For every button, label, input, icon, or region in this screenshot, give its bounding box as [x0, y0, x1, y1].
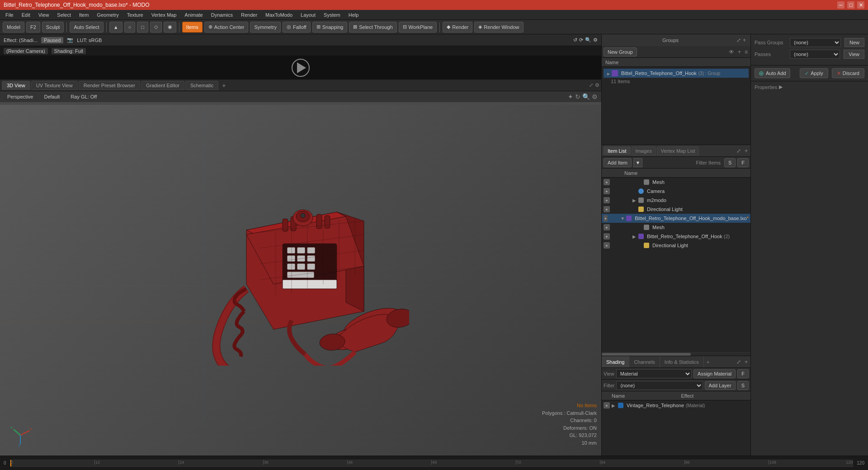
auto-select-button[interactable]: Auto Select: [70, 22, 103, 33]
tab-channels[interactable]: Channels: [629, 356, 660, 367]
action-center-button[interactable]: ⊕ Action Center: [204, 22, 249, 33]
vp-zoom-btn[interactable]: 🔍: [582, 93, 590, 100]
menu-maxtomodo[interactable]: MaxToModo: [262, 11, 296, 19]
mode-circle-btn[interactable]: ○: [124, 22, 136, 33]
menu-item[interactable]: Item: [75, 11, 92, 19]
scrollbar-thumb[interactable]: [602, 353, 691, 356]
discard-button[interactable]: ✕ Discard: [832, 68, 864, 78]
tab-images[interactable]: Images: [632, 146, 656, 155]
assign-material-button[interactable]: Assign Material: [693, 369, 736, 378]
menu-help[interactable]: Help: [345, 11, 363, 19]
item-eye-main-group[interactable]: [604, 215, 608, 221]
tab-uv-texture[interactable]: UV Texture View: [31, 81, 78, 90]
minimize-button[interactable]: ─: [837, 1, 844, 9]
menu-animate[interactable]: Animate: [181, 11, 206, 19]
pass-new-button[interactable]: New: [844, 38, 864, 47]
menu-edit[interactable]: Edit: [18, 11, 34, 19]
menu-file[interactable]: File: [2, 11, 17, 19]
groups-icon1[interactable]: 👁: [728, 48, 735, 56]
groups-icon2[interactable]: +: [737, 48, 742, 56]
item-expand-main-group[interactable]: ▼: [620, 216, 625, 221]
play-preview-button[interactable]: [292, 59, 310, 77]
close-button[interactable]: ✕: [857, 1, 864, 9]
sync-icon[interactable]: ⟳: [579, 37, 583, 43]
item-eye-mesh2[interactable]: [604, 224, 610, 230]
item-list-scrollbar[interactable]: [602, 352, 750, 356]
item-row-dlight1[interactable]: Directional Light: [602, 205, 750, 214]
item-eye-dlight1[interactable]: [604, 206, 610, 212]
menu-texture[interactable]: Texture: [123, 11, 147, 19]
material-row-telephone[interactable]: ▶ Vintage_Retro_Telephone (Material): [602, 400, 750, 410]
add-item-dropdown-btn[interactable]: ▼: [633, 158, 642, 167]
falloff-button[interactable]: ◎ Falloff: [283, 22, 311, 33]
tab-info-stats[interactable]: Info & Statistics: [660, 356, 704, 367]
item-row-m2modo[interactable]: ▶ m2modo: [602, 196, 750, 205]
passes-select[interactable]: (none): [790, 50, 840, 59]
tab-schematic[interactable]: Schematic: [185, 81, 218, 90]
item-row-camera[interactable]: Camera: [602, 187, 750, 196]
groups-settings-btn[interactable]: +: [742, 36, 747, 44]
view-perspective-btn[interactable]: Perspective: [4, 93, 37, 100]
tab-item-list[interactable]: Item List: [604, 146, 631, 155]
filter-select[interactable]: (none): [616, 381, 703, 390]
add-layer-button[interactable]: Add Layer: [705, 381, 736, 390]
menu-dynamics[interactable]: Dynamics: [208, 11, 236, 19]
groups-expand-btn[interactable]: ⤢: [736, 36, 742, 44]
mode-target-btn[interactable]: ◉: [164, 22, 176, 33]
sculpt-button[interactable]: Sculpt: [42, 22, 64, 33]
render-window-button[interactable]: ◈ Render Window: [474, 22, 523, 33]
snapping-button[interactable]: ⊞ Snapping: [312, 22, 348, 33]
shading-tab-add[interactable]: +: [704, 358, 712, 366]
s-btn[interactable]: S: [724, 158, 736, 167]
auto-add-button[interactable]: ⊕ Auto Add: [755, 68, 790, 78]
item-eye-mesh1[interactable]: [604, 179, 610, 185]
new-group-button[interactable]: New Group: [604, 47, 637, 56]
workplane-button[interactable]: ⊟ WorkPlane: [399, 22, 437, 33]
viewport-maximize-icon[interactable]: ⤢: [589, 82, 593, 88]
menu-view[interactable]: View: [35, 11, 53, 19]
shading-settings-btn[interactable]: +: [744, 358, 749, 366]
shading-s-btn[interactable]: S: [737, 381, 749, 390]
vp-settings-btn[interactable]: ⚙: [592, 93, 598, 100]
item-row-mesh1[interactable]: Mesh: [602, 178, 750, 187]
item-row-mesh2[interactable]: Mesh: [602, 223, 750, 232]
menu-geometry[interactable]: Geometry: [93, 11, 122, 19]
model-button[interactable]: Model: [3, 22, 24, 33]
mode-diamond-btn[interactable]: ◇: [150, 22, 162, 33]
apply-button[interactable]: ✓ Apply: [800, 68, 828, 78]
tab-add-button[interactable]: +: [219, 80, 228, 90]
menu-vertex-map[interactable]: Vertex Map: [148, 11, 180, 19]
mode-triangle-btn[interactable]: ▲: [109, 22, 123, 33]
shading-expand-btn[interactable]: ⤢: [736, 358, 742, 366]
menu-system[interactable]: System: [320, 11, 344, 19]
tab-shading[interactable]: Shading: [602, 356, 629, 367]
menu-render[interactable]: Render: [237, 11, 261, 19]
select-through-button[interactable]: ⊠ Select Through: [349, 22, 396, 33]
item-eye-camera[interactable]: [604, 188, 610, 194]
item-expand-bittel-group[interactable]: ▶: [632, 234, 637, 239]
passes-view-button[interactable]: View: [844, 50, 864, 59]
item-row-main-group[interactable]: ▼ Bittel_Retro_Telephone_Off_Hook_modo_b…: [602, 214, 750, 223]
add-item-button[interactable]: Add Item: [604, 158, 632, 167]
symmetry-button[interactable]: Symmetry: [250, 22, 281, 33]
view-default-btn[interactable]: Default: [40, 93, 63, 100]
pass-groups-select[interactable]: (none): [790, 38, 841, 47]
viewport-settings-icon[interactable]: ⚙: [595, 82, 599, 88]
item-row-bittel-group[interactable]: ▶ Bittel_Retro_Telephone_Off_Hook (2): [602, 232, 750, 241]
items-button[interactable]: Items: [182, 22, 203, 33]
menu-layout[interactable]: Layout: [297, 11, 319, 19]
item-list-expand-btn[interactable]: ⤢: [736, 147, 742, 155]
zoom-in-icon[interactable]: 🔍: [585, 37, 591, 43]
item-eye-bittel-group[interactable]: [604, 233, 610, 240]
tab-3d-view[interactable]: 3D View: [2, 81, 30, 90]
view-raygl-btn[interactable]: Ray GL: Off: [67, 93, 100, 100]
tab-vertex-map-list[interactable]: Vertex Map List: [657, 146, 699, 155]
shading-f-btn[interactable]: F: [737, 369, 749, 378]
tab-gradient[interactable]: Gradient Editor: [141, 81, 184, 90]
settings-icon[interactable]: ⚙: [593, 37, 598, 43]
item-eye-m2modo[interactable]: [604, 197, 610, 203]
timeline-bar[interactable]: 0 12 24 36 48 60 72 84 96 108 120: [10, 460, 854, 467]
shading-view-select[interactable]: Material Render: [616, 369, 692, 378]
groups-icon3[interactable]: ≡: [744, 48, 749, 56]
f2-button[interactable]: F2: [26, 22, 40, 33]
